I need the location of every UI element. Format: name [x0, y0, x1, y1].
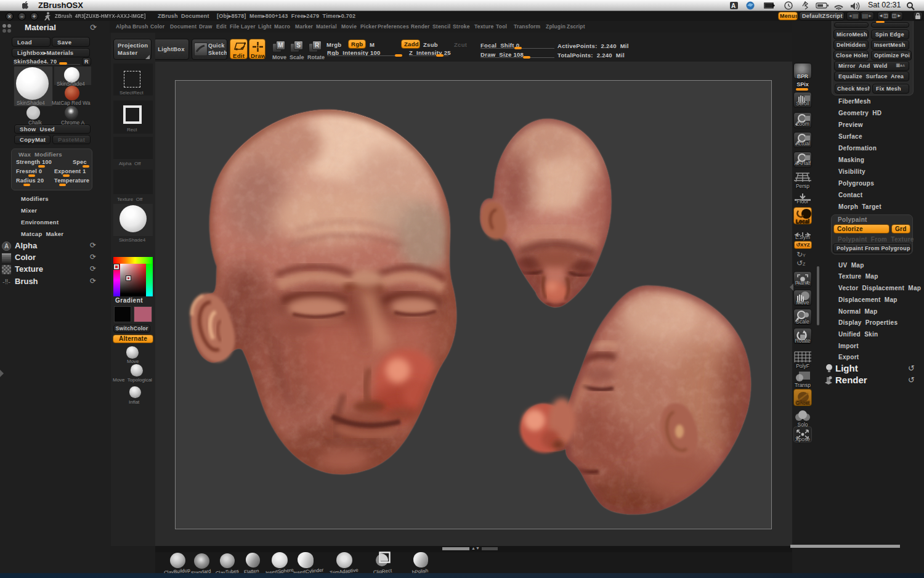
svg-text:A: A — [731, 2, 736, 9]
